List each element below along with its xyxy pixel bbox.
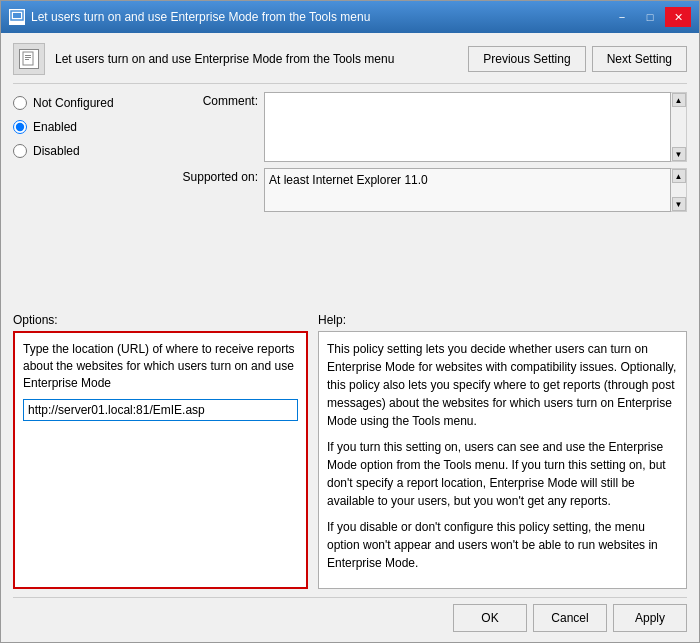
scroll-track [672,107,686,147]
options-section: Options: Type the location (URL) of wher… [13,313,308,589]
comment-textarea[interactable] [264,92,671,162]
policy-icon [13,43,45,75]
maximize-button[interactable]: □ [637,7,663,27]
window-title: Let users turn on and use Enterprise Mod… [31,10,370,24]
svg-rect-3 [25,55,31,56]
scroll-down-btn[interactable]: ▼ [672,147,686,161]
apply-button[interactable]: Apply [613,604,687,632]
title-bar: Let users turn on and use Enterprise Mod… [1,1,699,33]
left-panel: Not Configured Enabled Disabled [13,92,168,305]
ok-button[interactable]: OK [453,604,527,632]
window-icon [9,9,25,25]
disabled-input[interactable] [13,144,27,158]
svg-rect-4 [25,57,31,58]
header-title: Let users turn on and use Enterprise Mod… [55,52,458,66]
enabled-radio[interactable]: Enabled [13,120,168,134]
supported-field-wrap: At least Internet Explorer 11.0 ▲ ▼ [264,168,687,212]
next-setting-button[interactable]: Next Setting [592,46,687,72]
comment-scrollbar[interactable]: ▲ ▼ [671,92,687,162]
supported-scroll-down[interactable]: ▼ [672,197,686,211]
not-configured-label: Not Configured [33,96,114,110]
options-box: Type the location (URL) of where to rece… [13,331,308,589]
help-paragraph-2: If you turn this setting on, users can s… [327,438,678,510]
page-icon [19,49,39,69]
not-configured-radio[interactable]: Not Configured [13,96,168,110]
svg-rect-1 [13,13,21,18]
help-section: Help: This policy setting lets you decid… [318,313,687,589]
content-area: Let users turn on and use Enterprise Mod… [1,33,699,642]
right-panel: Comment: ▲ ▼ Supported on: At least [178,92,687,305]
supported-row: Supported on: At least Internet Explorer… [178,168,687,212]
header-row: Let users turn on and use Enterprise Mod… [13,43,687,84]
comment-field-wrap: ▲ ▼ [264,92,687,162]
footer-row: OK Cancel Apply [13,597,687,632]
enabled-label: Enabled [33,120,77,134]
svg-rect-2 [23,52,33,65]
title-controls: − □ ✕ [609,7,691,27]
main-section: Not Configured Enabled Disabled Comm [13,92,687,305]
scroll-up-btn[interactable]: ▲ [672,93,686,107]
help-paragraph-1: This policy setting lets you decide whet… [327,340,678,430]
radio-group: Not Configured Enabled Disabled [13,96,168,158]
help-label: Help: [318,313,687,327]
supported-track [672,183,686,197]
comment-row: Comment: ▲ ▼ [178,92,687,162]
minimize-button[interactable]: − [609,7,635,27]
header-buttons: Previous Setting Next Setting [468,46,687,72]
supported-label: Supported on: [178,168,258,212]
comment-label: Comment: [178,92,258,162]
main-window: Let users turn on and use Enterprise Mod… [0,0,700,643]
url-input[interactable] [23,399,298,421]
disabled-radio[interactable]: Disabled [13,144,168,158]
options-help-row: Options: Type the location (URL) of wher… [13,313,687,589]
help-paragraph-3: If you disable or don't configure this p… [327,518,678,572]
help-box: This policy setting lets you decide whet… [318,331,687,589]
supported-value: At least Internet Explorer 11.0 [264,168,671,212]
title-bar-left: Let users turn on and use Enterprise Mod… [9,9,370,25]
not-configured-input[interactable] [13,96,27,110]
supported-scroll-up[interactable]: ▲ [672,169,686,183]
close-button[interactable]: ✕ [665,7,691,27]
disabled-label: Disabled [33,144,80,158]
supported-scrollbar[interactable]: ▲ ▼ [671,168,687,212]
svg-rect-5 [25,59,29,60]
options-description: Type the location (URL) of where to rece… [23,341,298,391]
cancel-button[interactable]: Cancel [533,604,607,632]
options-label: Options: [13,313,308,327]
enabled-input[interactable] [13,120,27,134]
previous-setting-button[interactable]: Previous Setting [468,46,585,72]
